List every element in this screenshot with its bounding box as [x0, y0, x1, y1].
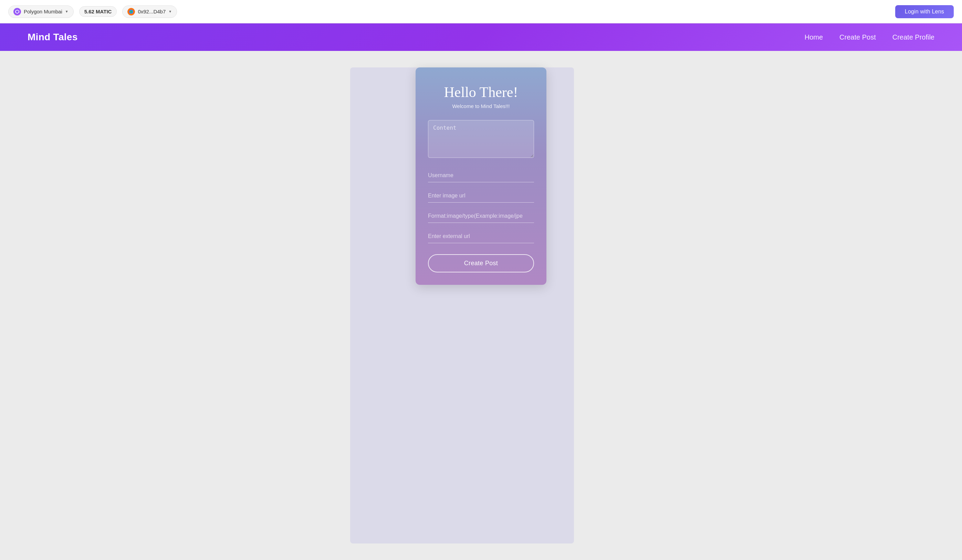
image-type-input[interactable] [428, 209, 534, 223]
nav-links: Home Create Post Create Profile [805, 33, 935, 41]
create-post-button[interactable]: Create Post [428, 254, 534, 272]
card-title: Hello There! [428, 84, 534, 100]
username-input[interactable] [428, 169, 534, 182]
navbar: Mind Tales Home Create Post Create Profi… [0, 23, 962, 51]
svg-point-4 [130, 11, 132, 13]
wallet-selector[interactable]: 0x92...D4b7 ▼ [122, 5, 177, 18]
main-content: Hello There! Welcome to Mind Tales!!! Cr… [0, 51, 962, 560]
wallet-chevron-icon: ▼ [168, 10, 172, 13]
content-textarea[interactable] [428, 120, 534, 158]
topbar-left: Polygon Mumbai ▼ 5.62 MATIC 0x92...D4b7 … [8, 5, 177, 18]
network-chevron-icon: ▼ [65, 10, 68, 13]
page-wrapper: Hello There! Welcome to Mind Tales!!! Cr… [0, 68, 962, 544]
create-post-card: Hello There! Welcome to Mind Tales!!! Cr… [416, 68, 546, 285]
topbar: Polygon Mumbai ▼ 5.62 MATIC 0x92...D4b7 … [0, 0, 962, 23]
wallet-address: 0x92...D4b7 [138, 9, 166, 14]
card-shadow-wrapper: Hello There! Welcome to Mind Tales!!! Cr… [391, 68, 571, 544]
nav-item-home[interactable]: Home [805, 33, 823, 41]
polygon-icon [13, 8, 21, 16]
nav-link-create-profile[interactable]: Create Profile [893, 33, 935, 41]
card-subtitle: Welcome to Mind Tales!!! [428, 103, 534, 109]
network-label: Polygon Mumbai [24, 9, 62, 14]
matic-balance: 5.62 MATIC [79, 6, 117, 17]
nav-item-create-post[interactable]: Create Post [839, 33, 876, 41]
nav-brand: Mind Tales [27, 32, 78, 43]
image-url-input[interactable] [428, 189, 534, 203]
login-with-lens-button[interactable]: Login with Lens [895, 5, 954, 18]
nav-link-home[interactable]: Home [805, 33, 823, 41]
nav-link-create-post[interactable]: Create Post [839, 33, 876, 41]
network-selector[interactable]: Polygon Mumbai ▼ [8, 5, 74, 18]
nav-item-create-profile[interactable]: Create Profile [893, 33, 935, 41]
wallet-avatar-icon [128, 8, 135, 16]
external-url-input[interactable] [428, 230, 534, 243]
